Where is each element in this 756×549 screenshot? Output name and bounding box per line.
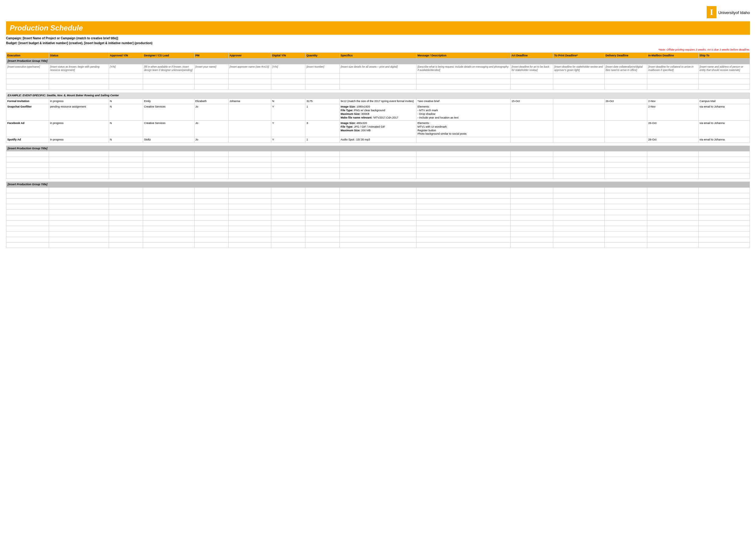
ex3-inmailbox: 26-Oct (647, 121, 698, 137)
s3-empty-3 (6, 199, 750, 204)
ex4-quantity: 1 (305, 137, 339, 142)
s1-pm: [Insert your name] (194, 64, 228, 73)
s1-toprint: [insert deadline for stakeholder review … (553, 64, 604, 73)
gap-row-3 (6, 179, 750, 182)
ex3-execution: Facebook Ad (6, 121, 49, 137)
col-header-execution: Execution (6, 53, 49, 58)
s2-empty-1 (6, 151, 750, 157)
ex3-shipto: via email to Johanna (698, 121, 750, 137)
s1-specifics: [Insert size details for all assets – pr… (339, 64, 417, 73)
ex4-pm: Jo (194, 137, 228, 142)
ex2-inmailbox: 2-Nov (647, 104, 698, 121)
s3-empty-9 (6, 231, 750, 237)
s1-delivery: [insert date collateral/print/digital fi… (604, 64, 647, 73)
ex1-approved: N (109, 98, 143, 104)
ex3-quantity: 3 (305, 121, 339, 137)
ex4-status: in progress (49, 137, 109, 142)
ex3-pm: Jo (194, 121, 228, 137)
ex3-toprint (553, 121, 604, 137)
section3-header: [Insert Production Group Title] (6, 182, 750, 188)
ex1-delivery: 26-Oct (604, 98, 647, 104)
ex1-designer: Emily (143, 98, 194, 104)
s1-empty-1 (6, 73, 750, 79)
ex1-shipto: Campus Mail (698, 98, 750, 104)
page-title: Production Schedule (10, 24, 746, 32)
ex3-delivery (604, 121, 647, 137)
ex2-art (511, 104, 553, 121)
ex2-delivery (604, 104, 647, 121)
s3-empty-11 (6, 242, 750, 248)
col-header-art: Art Deadline (511, 53, 553, 58)
ex3-approved: N (109, 121, 143, 137)
s2-empty-2 (6, 157, 750, 162)
s3-empty-6 (6, 215, 750, 220)
ex4-specifics: Audio Spot: :15/:30 mp3 (339, 137, 417, 142)
col-header-quantity: Quantity (305, 53, 339, 58)
gap-row-2 (6, 142, 750, 146)
page-title-banner: Production Schedule (6, 21, 750, 35)
col-header-inmailbox: In-Mailbox Deadline (647, 53, 698, 58)
s3-empty-1 (6, 188, 750, 193)
ex2-approver (228, 104, 271, 121)
col-header-designer: Designer / CS Lead (143, 53, 194, 58)
ex2-digital: Y (271, 104, 305, 121)
ex4-execution: Spotify Ad (6, 137, 49, 142)
example-row-facebook: Facebook Ad in progress N Creative Servi… (6, 121, 750, 137)
ex1-toprint (553, 98, 604, 104)
ex3-status: in progress (49, 121, 109, 137)
s2-empty-5 (6, 173, 750, 179)
s3-empty-7 (6, 220, 750, 226)
ex2-shipto: via email to Johanna (698, 104, 750, 121)
ex4-approved: N (109, 137, 143, 142)
s1-status: [insert status as known: begin with pend… (49, 64, 109, 73)
col-header-message: Message / Description (417, 53, 511, 58)
col-header-digital: Digital Y/N (271, 53, 305, 58)
ex1-inmailbox: 2-Nov (647, 98, 698, 104)
ex1-specifics: 9x12 (match the size of the 2017 spring … (339, 98, 417, 104)
ex3-designer: Creative Services (143, 121, 194, 137)
ex3-digital: Y (271, 121, 305, 137)
production-table: Execution Status Approved Y/N Designer /… (6, 52, 750, 248)
ex2-message: Elements:- MTV arch mark- Drop shadow- I… (417, 104, 511, 121)
ex4-shipto: via email to Johanna (698, 137, 750, 142)
col-header-specifics: Specifics (339, 53, 417, 58)
ex2-approved: N (109, 104, 143, 121)
example-row-spotify: Spotify Ad in progress N Stoltz Jo Y 1 A… (6, 137, 750, 142)
ex2-quantity: 1 (305, 104, 339, 121)
s3-empty-5 (6, 209, 750, 215)
meta-info: Campaign: [Insert Name of Project or Cam… (6, 36, 750, 46)
ex1-execution: Formal Invitation (6, 98, 49, 104)
s3-empty-10 (6, 237, 750, 242)
ex3-approver (228, 121, 271, 137)
col-header-pm: PM (194, 53, 228, 58)
s3-empty-8 (6, 226, 750, 231)
s1-execution: [Insert execution type/name] (6, 64, 49, 73)
s3-empty-4 (6, 204, 750, 209)
ex1-approver: Johanna (228, 98, 271, 104)
ex4-delivery (604, 137, 647, 142)
s1-approved: [Y/N] (109, 64, 143, 73)
ex2-execution: Snapchat Geofilter (6, 104, 49, 121)
ex1-pm: Elizabeth (194, 98, 228, 104)
note-text: *Note: Offsite printing requires 3 weeks… (6, 48, 750, 51)
example-title: EXAMPLE: EVENT-SPECIFIC: Seattle, Nov. 8… (6, 93, 750, 99)
example-row-snapchat: Snapchat Geofilter pending resource assi… (6, 104, 750, 121)
example-header: EXAMPLE: EVENT-SPECIFIC: Seattle, Nov. 8… (6, 93, 750, 99)
s2-empty-4 (6, 168, 750, 173)
ex2-designer: Creative Services (143, 104, 194, 121)
section2-header: [Insert Production Group Title] (6, 146, 750, 151)
ex4-art (511, 137, 553, 142)
ex4-designer: Stoltz (143, 137, 194, 142)
logo-i-block: I (707, 6, 716, 18)
gap-row-1 (6, 90, 750, 93)
s1-empty-3 (6, 84, 750, 90)
ex1-status: in progress (49, 98, 109, 104)
section1-placeholder-row: [Insert execution type/name] [insert sta… (6, 64, 750, 73)
s1-shipto: [insert name and address of person or en… (698, 64, 750, 73)
col-header-approver: Approver (228, 53, 271, 58)
header-logo: I Universityof Idaho (6, 6, 750, 18)
s1-designer: [fill in when available or if known; ins… (143, 64, 194, 73)
logo-text: Universityof Idaho (718, 9, 750, 16)
section1-title: [Insert Production Group Title] (6, 58, 750, 64)
s1-art: [insert deadline for art to be back for … (511, 64, 553, 73)
